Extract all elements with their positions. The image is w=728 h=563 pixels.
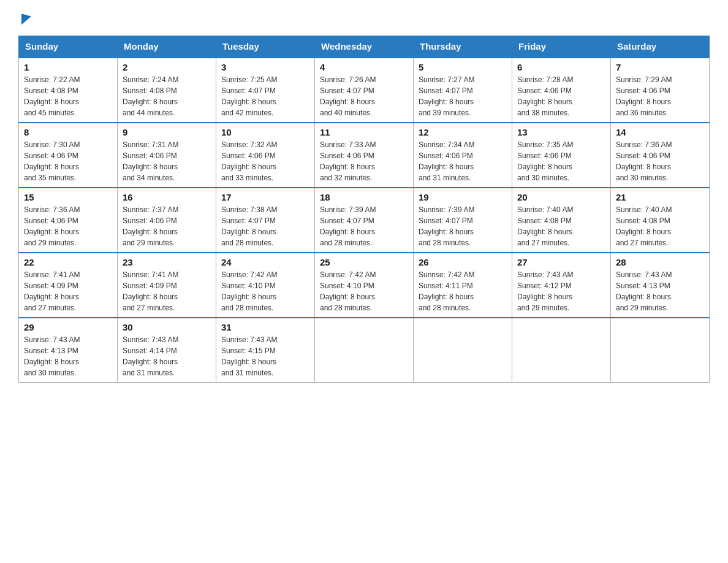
day-number: 24 [221, 257, 309, 267]
day-info: Sunrise: 7:43 AM Sunset: 4:13 PM Dayligh… [616, 269, 704, 313]
calendar-week-row: 8 Sunrise: 7:30 AM Sunset: 4:06 PM Dayli… [19, 123, 710, 188]
day-number: 14 [616, 127, 704, 137]
day-number: 31 [221, 322, 309, 332]
day-info: Sunrise: 7:33 AM Sunset: 4:06 PM Dayligh… [320, 139, 408, 183]
calendar-cell: 11 Sunrise: 7:33 AM Sunset: 4:06 PM Dayl… [315, 123, 414, 188]
day-number: 4 [320, 62, 408, 72]
day-info: Sunrise: 7:30 AM Sunset: 4:06 PM Dayligh… [24, 139, 112, 183]
calendar-cell: 15 Sunrise: 7:36 AM Sunset: 4:06 PM Dayl… [19, 188, 118, 253]
day-info: Sunrise: 7:38 AM Sunset: 4:07 PM Dayligh… [221, 204, 309, 248]
calendar-cell: 30 Sunrise: 7:43 AM Sunset: 4:14 PM Dayl… [118, 318, 216, 383]
calendar-cell: 13 Sunrise: 7:35 AM Sunset: 4:06 PM Dayl… [512, 123, 611, 188]
calendar-cell: 20 Sunrise: 7:40 AM Sunset: 4:08 PM Dayl… [512, 188, 611, 253]
day-info: Sunrise: 7:41 AM Sunset: 4:09 PM Dayligh… [24, 269, 112, 313]
day-number: 7 [616, 62, 704, 72]
calendar-cell: 29 Sunrise: 7:43 AM Sunset: 4:13 PM Dayl… [19, 318, 118, 383]
day-number: 18 [320, 192, 408, 202]
calendar-cell: 1 Sunrise: 7:22 AM Sunset: 4:08 PM Dayli… [19, 58, 118, 123]
day-info: Sunrise: 7:43 AM Sunset: 4:15 PM Dayligh… [221, 334, 309, 378]
day-info: Sunrise: 7:39 AM Sunset: 4:07 PM Dayligh… [419, 204, 507, 248]
day-number: 19 [419, 192, 507, 202]
header-monday: Monday [118, 36, 216, 58]
calendar-header-row: SundayMondayTuesdayWednesdayThursdayFrid… [19, 36, 710, 58]
day-number: 12 [419, 127, 507, 137]
calendar-week-row: 29 Sunrise: 7:43 AM Sunset: 4:13 PM Dayl… [19, 318, 710, 383]
day-number: 20 [517, 192, 605, 202]
calendar-cell: 28 Sunrise: 7:43 AM Sunset: 4:13 PM Dayl… [611, 253, 710, 318]
calendar-cell: 31 Sunrise: 7:43 AM Sunset: 4:15 PM Dayl… [216, 318, 315, 383]
calendar-cell: 7 Sunrise: 7:29 AM Sunset: 4:06 PM Dayli… [611, 58, 710, 123]
calendar-week-row: 1 Sunrise: 7:22 AM Sunset: 4:08 PM Dayli… [19, 58, 710, 123]
day-info: Sunrise: 7:24 AM Sunset: 4:08 PM Dayligh… [123, 74, 211, 118]
calendar-cell: 10 Sunrise: 7:32 AM Sunset: 4:06 PM Dayl… [216, 123, 315, 188]
calendar-cell: 5 Sunrise: 7:27 AM Sunset: 4:07 PM Dayli… [414, 58, 512, 123]
calendar-cell: 24 Sunrise: 7:42 AM Sunset: 4:10 PM Dayl… [216, 253, 315, 318]
calendar-cell: 4 Sunrise: 7:26 AM Sunset: 4:07 PM Dayli… [315, 58, 414, 123]
calendar-cell: 23 Sunrise: 7:41 AM Sunset: 4:09 PM Dayl… [118, 253, 216, 318]
day-info: Sunrise: 7:42 AM Sunset: 4:10 PM Dayligh… [320, 269, 408, 313]
page-header [18, 12, 710, 23]
day-number: 27 [517, 257, 605, 267]
calendar-cell: 3 Sunrise: 7:25 AM Sunset: 4:07 PM Dayli… [216, 58, 315, 123]
calendar-week-row: 22 Sunrise: 7:41 AM Sunset: 4:09 PM Dayl… [19, 253, 710, 318]
day-number: 2 [123, 62, 211, 72]
day-info: Sunrise: 7:36 AM Sunset: 4:06 PM Dayligh… [616, 139, 704, 183]
day-number: 11 [320, 127, 408, 137]
logo-triangle-icon [21, 11, 31, 25]
calendar-cell: 27 Sunrise: 7:43 AM Sunset: 4:12 PM Dayl… [512, 253, 611, 318]
day-number: 22 [24, 257, 112, 267]
day-info: Sunrise: 7:25 AM Sunset: 4:07 PM Dayligh… [221, 74, 309, 118]
day-number: 25 [320, 257, 408, 267]
calendar-cell: 2 Sunrise: 7:24 AM Sunset: 4:08 PM Dayli… [118, 58, 216, 123]
day-info: Sunrise: 7:43 AM Sunset: 4:13 PM Dayligh… [24, 334, 112, 378]
day-number: 26 [419, 257, 507, 267]
day-info: Sunrise: 7:27 AM Sunset: 4:07 PM Dayligh… [419, 74, 507, 118]
day-info: Sunrise: 7:41 AM Sunset: 4:09 PM Dayligh… [123, 269, 211, 313]
header-tuesday: Tuesday [216, 36, 315, 58]
calendar-cell: 8 Sunrise: 7:30 AM Sunset: 4:06 PM Dayli… [19, 123, 118, 188]
header-sunday: Sunday [19, 36, 118, 58]
calendar-cell: 9 Sunrise: 7:31 AM Sunset: 4:06 PM Dayli… [118, 123, 216, 188]
day-number: 15 [24, 192, 112, 202]
calendar-cell: 6 Sunrise: 7:28 AM Sunset: 4:06 PM Dayli… [512, 58, 611, 123]
calendar-cell [315, 318, 414, 383]
calendar-cell: 26 Sunrise: 7:42 AM Sunset: 4:11 PM Dayl… [414, 253, 512, 318]
calendar-cell: 17 Sunrise: 7:38 AM Sunset: 4:07 PM Dayl… [216, 188, 315, 253]
day-number: 21 [616, 192, 704, 202]
day-number: 13 [517, 127, 605, 137]
day-info: Sunrise: 7:26 AM Sunset: 4:07 PM Dayligh… [320, 74, 408, 118]
day-number: 16 [123, 192, 211, 202]
header-saturday: Saturday [611, 36, 710, 58]
calendar-cell: 22 Sunrise: 7:41 AM Sunset: 4:09 PM Dayl… [19, 253, 118, 318]
day-info: Sunrise: 7:40 AM Sunset: 4:08 PM Dayligh… [517, 204, 605, 248]
day-info: Sunrise: 7:42 AM Sunset: 4:11 PM Dayligh… [419, 269, 507, 313]
day-info: Sunrise: 7:39 AM Sunset: 4:07 PM Dayligh… [320, 204, 408, 248]
day-number: 17 [221, 192, 309, 202]
calendar-cell [414, 318, 512, 383]
day-info: Sunrise: 7:28 AM Sunset: 4:06 PM Dayligh… [517, 74, 605, 118]
day-info: Sunrise: 7:31 AM Sunset: 4:06 PM Dayligh… [123, 139, 211, 183]
day-number: 8 [24, 127, 112, 137]
calendar-table: SundayMondayTuesdayWednesdayThursdayFrid… [18, 36, 710, 383]
day-number: 10 [221, 127, 309, 137]
day-info: Sunrise: 7:22 AM Sunset: 4:08 PM Dayligh… [24, 74, 112, 118]
logo [18, 12, 31, 23]
day-number: 29 [24, 322, 112, 332]
calendar-week-row: 15 Sunrise: 7:36 AM Sunset: 4:06 PM Dayl… [19, 188, 710, 253]
calendar-cell: 19 Sunrise: 7:39 AM Sunset: 4:07 PM Dayl… [414, 188, 512, 253]
logo-blue-text [18, 12, 31, 23]
day-number: 28 [616, 257, 704, 267]
header-thursday: Thursday [414, 36, 512, 58]
day-number: 6 [517, 62, 605, 72]
day-number: 3 [221, 62, 309, 72]
day-info: Sunrise: 7:37 AM Sunset: 4:06 PM Dayligh… [123, 204, 211, 248]
calendar-cell: 12 Sunrise: 7:34 AM Sunset: 4:06 PM Dayl… [414, 123, 512, 188]
day-number: 1 [24, 62, 112, 72]
calendar-cell: 16 Sunrise: 7:37 AM Sunset: 4:06 PM Dayl… [118, 188, 216, 253]
day-info: Sunrise: 7:34 AM Sunset: 4:06 PM Dayligh… [419, 139, 507, 183]
day-info: Sunrise: 7:29 AM Sunset: 4:06 PM Dayligh… [616, 74, 704, 118]
day-info: Sunrise: 7:36 AM Sunset: 4:06 PM Dayligh… [24, 204, 112, 248]
day-info: Sunrise: 7:43 AM Sunset: 4:14 PM Dayligh… [123, 334, 211, 378]
day-number: 5 [419, 62, 507, 72]
day-info: Sunrise: 7:40 AM Sunset: 4:08 PM Dayligh… [616, 204, 704, 248]
